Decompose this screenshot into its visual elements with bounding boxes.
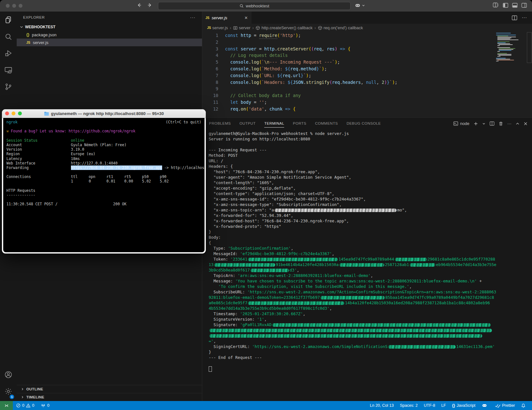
status-notifications[interactable] <box>521 403 527 408</box>
code-line[interactable]: 4 // Log request details <box>202 52 532 59</box>
code-line[interactable]: 3const server = http.createServer((req, … <box>202 46 532 52</box>
forward-button[interactable] <box>147 3 152 8</box>
ports-icon[interactable] <box>41 403 46 408</box>
settings-gear-icon[interactable]: 1 <box>0 383 17 400</box>
panel-tab-terminal[interactable]: TERMINAL <box>264 118 284 129</box>
status-eol[interactable]: LF <box>441 403 446 408</box>
panel-tab-comments[interactable]: COMMENTS <box>315 118 338 129</box>
copilot-menu[interactable] <box>354 2 365 9</box>
split-terminal-icon[interactable] <box>490 121 494 126</box>
code-editor[interactable]: 1const http = require('http');23const se… <box>202 32 532 112</box>
file-list: {}package.jsonJSserver.js <box>17 31 202 46</box>
customize-layout-icon[interactable] <box>493 3 499 8</box>
chevron-down-icon <box>362 4 365 7</box>
breadcrumb-item[interactable]: server <box>233 25 250 30</box>
kill-terminal-icon[interactable] <box>499 121 503 126</box>
status-language-mode[interactable]: {}JavaScript <box>452 403 475 408</box>
breadcrumb-item[interactable]: JSserver.js <box>207 25 228 30</box>
window-controls[interactable] <box>6 4 22 8</box>
status-cursor-position[interactable]: Ln 20, Col 13 <box>370 403 394 408</box>
back-button[interactable] <box>137 3 142 8</box>
toggle-secondary-sidebar-icon[interactable] <box>521 3 527 8</box>
sidebar-item-search[interactable] <box>0 28 17 45</box>
warnings-count[interactable]: 0 <box>32 403 34 408</box>
code-line[interactable]: 6 console.log(`Method: ${req.method}`); <box>202 66 532 72</box>
workspace-root-row[interactable]: WEBHOOKTEST <box>17 23 202 31</box>
file-row-server.js[interactable]: JSserver.js <box>17 39 202 46</box>
mac-close-button[interactable] <box>5 111 9 115</box>
remote-indicator[interactable] <box>0 401 13 410</box>
panel-tab-problems[interactable]: PROBLEMS <box>209 118 231 129</box>
minimap[interactable] <box>496 33 526 62</box>
editor-more-actions-icon[interactable]: ··· <box>522 15 527 21</box>
ngrok-output[interactable]: ngrok(Ctrl+C to quit)⚒ Found a bug? Let … <box>3 118 205 252</box>
js-file-icon: JS <box>26 41 30 44</box>
sidebar-item-run-debug[interactable] <box>0 45 17 62</box>
close-window-button[interactable] <box>6 4 10 8</box>
mac-minimize-button[interactable] <box>12 111 15 115</box>
status-indentation[interactable]: Spaces: 2 <box>400 403 418 408</box>
status-right-items: Ln 20, Col 13Spaces: 2UTF-8LF{}JavaScrip… <box>370 403 532 408</box>
redacted-text <box>272 323 491 327</box>
panel-tab-ports[interactable]: PORTS <box>293 118 306 129</box>
code-line[interactable]: 10 // Collect body data if any <box>202 92 532 99</box>
command-center-search[interactable]: webhooktest <box>158 2 351 10</box>
close-tab-icon[interactable]: ✕ <box>244 15 248 20</box>
section-outline[interactable]: OUTLINE <box>17 385 202 393</box>
panel-more-actions-icon[interactable]: ··· <box>507 121 511 126</box>
breadcrumb-item[interactable]: http.createServer() callback <box>256 25 312 30</box>
code-line[interactable]: 5 console.log(`\n--- Incoming Request --… <box>202 59 532 66</box>
tab-server-js[interactable]: JS server.js ✕ <box>202 12 251 24</box>
toggle-panel-icon[interactable] <box>512 3 518 8</box>
panel-tab-debug-console[interactable]: DEBUG CONSOLE <box>346 118 381 129</box>
code-line[interactable]: 11 let body = ''; <box>202 99 532 106</box>
status-formatter[interactable]: Prettier <box>495 403 515 408</box>
split-editor-icon[interactable] <box>512 15 517 20</box>
toggle-primary-sidebar-icon[interactable] <box>503 3 508 8</box>
breadcrumb-item[interactable]: req.on('end') callback <box>318 25 363 30</box>
settings-badge: 1 <box>10 395 14 399</box>
maximize-panel-icon[interactable] <box>516 122 519 126</box>
zoom-window-button[interactable] <box>19 4 22 8</box>
section-timeline[interactable]: TIMELINE <box>17 393 202 401</box>
minimap-slider[interactable] <box>527 32 532 63</box>
mac-title-bar[interactable]: gyulanemeth — ngrok http http://localhos… <box>2 109 206 118</box>
warnings-icon[interactable] <box>26 403 31 408</box>
quit-hint: (Ctrl+C to quit) <box>166 120 201 124</box>
mac-zoom-button[interactable] <box>18 111 22 115</box>
new-terminal-icon[interactable] <box>474 121 478 126</box>
code-line[interactable]: 2 <box>202 39 532 46</box>
line-number: 3 <box>202 46 225 52</box>
file-row-package.json[interactable]: {}package.json <box>17 31 202 39</box>
bottom-panel: PROBLEMSOUTPUTTERMINALPORTSCOMMENTSDEBUG… <box>202 117 532 401</box>
close-panel-icon[interactable] <box>524 122 528 126</box>
sidebar-item-source-control[interactable] <box>0 78 17 95</box>
errors-count[interactable]: 0 <box>22 403 24 408</box>
line-number: 5 <box>202 59 225 66</box>
explorer-more-actions-icon[interactable]: ··· <box>190 15 196 20</box>
panel-tab-output[interactable]: OUTPUT <box>240 118 256 129</box>
sidebar-item-remote-explorer[interactable] <box>0 62 17 78</box>
folder-icon <box>44 111 49 116</box>
code-line[interactable]: 8 console.log(`Headers: ${JSON.stringify… <box>202 79 532 86</box>
breadcrumb-separator: › <box>252 25 254 30</box>
status-copilot-status[interactable] <box>482 403 489 408</box>
sidebar-item-explorer[interactable] <box>0 12 17 28</box>
ports-count[interactable]: 0 <box>47 403 49 408</box>
ngrok-terminal-window[interactable]: gyulanemeth — ngrok http http://localhos… <box>2 109 206 254</box>
errors-icon[interactable] <box>16 403 21 408</box>
code-line[interactable]: 7 console.log(`URL: ${req.url}`); <box>202 72 532 79</box>
line-number: 7 <box>202 72 225 79</box>
status-encoding[interactable]: UTF-8 <box>424 403 435 408</box>
code-line[interactable]: 12 req.on('data', chunk => { <box>202 106 532 112</box>
terminal-dropdown-icon[interactable] <box>482 122 485 125</box>
code-line[interactable]: 1const http = require('http'); <box>202 32 532 39</box>
minimize-window-button[interactable] <box>12 4 16 8</box>
account-icon[interactable] <box>0 366 17 383</box>
search-icon <box>240 4 244 8</box>
redacted-text <box>209 334 482 338</box>
code-line[interactable]: 9 <box>202 85 532 92</box>
terminal-output[interactable]: gyulanemeth@Gyula-MacBook-Pro webhooktes… <box>209 131 530 371</box>
symbol-method-icon <box>318 26 322 30</box>
terminal-instance-node[interactable]: node <box>453 121 469 126</box>
